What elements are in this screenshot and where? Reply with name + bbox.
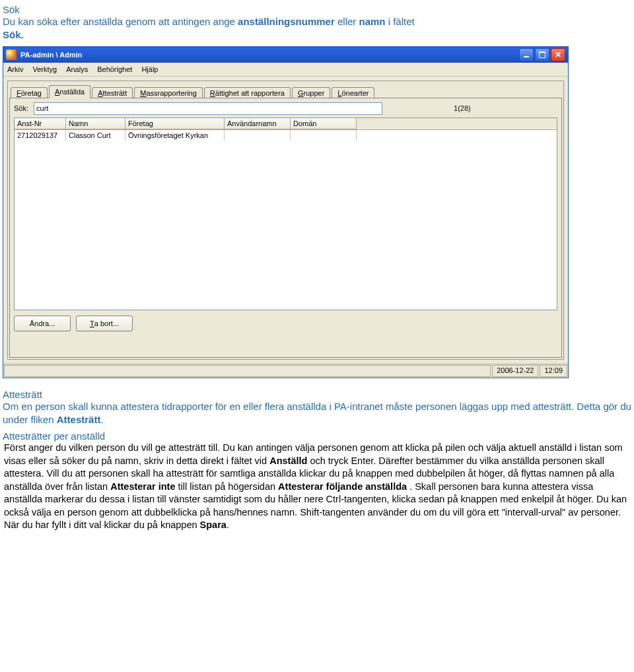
body-i: . [227, 520, 229, 530]
att-p1-term: Attesträtt [57, 414, 101, 425]
doc-attestratt-p1: Om en person skall kunna attestera tidra… [3, 400, 631, 427]
intro-term-sok: Sök. [3, 29, 24, 40]
body-e: till listan på högersidan [178, 481, 279, 492]
grid-header: Anst-Nr Namn Företag Användarnamn Domän [15, 118, 557, 130]
menu-arkiv[interactable]: Arkiv [7, 65, 23, 73]
app-window: PA-admin \ Admin ✕ Arkiv Verktyg Analys … [3, 46, 569, 378]
col-namn[interactable]: Namn [66, 118, 125, 129]
intro-term-namn: namn [359, 16, 385, 27]
result-count: 1(28) [454, 104, 471, 112]
close-button[interactable]: ✕ [551, 48, 565, 61]
search-input[interactable] [34, 102, 382, 115]
col-anstnr[interactable]: Anst-Nr [15, 118, 66, 129]
delete-button-rest: a bort... [94, 319, 119, 327]
cell-anstnr: 2712029137 [15, 130, 66, 141]
delete-button[interactable]: Ta bort... [76, 316, 133, 331]
tabstrip: Företag Anställda Attesträtt Massrapport… [9, 83, 562, 98]
app-icon [6, 50, 17, 60]
table-row[interactable]: 2712029137 Classon Curt Övningsföretaget… [15, 130, 557, 141]
col-anvandarnamn[interactable]: Användarnamn [225, 118, 291, 129]
menu-verktyg[interactable]: Verktyg [32, 65, 57, 73]
tab-panel-anstallda: Sök: 1(28) Anst-Nr Namn Företag Användar… [9, 98, 562, 358]
col-doman[interactable]: Domän [291, 118, 357, 129]
statusbar: 2006-12-22 12:09 [3, 364, 568, 378]
cell-doman [291, 130, 357, 141]
att-p1-c: . [100, 414, 103, 425]
intro-part-a: Du kan söka efter anställda genom att an… [3, 16, 238, 27]
cell-anvandarnamn [225, 130, 291, 141]
body-term-spara: Spara [200, 520, 227, 530]
close-icon: ✕ [555, 51, 561, 59]
cell-foretag: Övningsföretaget Kyrkan [125, 130, 225, 141]
body-term-attesterar-foljande: Attesterar följande anställda [278, 481, 407, 492]
doc-heading-attestratter-per-anstalld: Attesträtter per anställd [3, 430, 631, 442]
menu-behorighet[interactable]: Behörighet [97, 65, 132, 73]
edit-button[interactable]: Ändra... [14, 316, 71, 331]
window-title: PA-admin \ Admin [20, 51, 519, 59]
tab-anstallda[interactable]: Anställda [49, 85, 90, 98]
intro-part-e: i fältet [388, 16, 415, 27]
titlebar[interactable]: PA-admin \ Admin ✕ [3, 47, 568, 63]
cell-namn: Classon Curt [66, 130, 125, 141]
doc-body: Först anger du vilken person du vill ge … [4, 442, 630, 532]
intro-part-c: eller [337, 16, 359, 27]
maximize-button[interactable] [535, 48, 549, 61]
doc-heading-sok: Sök [3, 4, 631, 15]
body-term-anstalld: Anställd [269, 455, 307, 466]
doc-intro: Du kan söka efter anställda genom att an… [3, 15, 631, 42]
doc-heading-attestratt: Attesträtt [3, 389, 631, 400]
main-panel: Företag Anställda Attesträtt Massrapport… [7, 81, 564, 360]
status-time: 12:09 [540, 365, 567, 377]
menubar: Arkiv Verktyg Analys Behörighet Hjälp [3, 63, 568, 77]
status-date: 2006-12-22 [492, 365, 538, 377]
intro-term-anstallningsnummer: anställningsnummer [238, 16, 335, 27]
body-term-attesterar-inte: Attesterar inte [110, 481, 175, 492]
col-foretag[interactable]: Företag [125, 118, 225, 129]
menu-hjalp[interactable]: Hjälp [141, 65, 158, 73]
search-label: Sök: [14, 104, 28, 112]
menu-analys[interactable]: Analys [66, 65, 88, 73]
employee-grid[interactable]: Anst-Nr Namn Företag Användarnamn Domän … [14, 118, 557, 310]
minimize-button[interactable] [519, 48, 534, 61]
